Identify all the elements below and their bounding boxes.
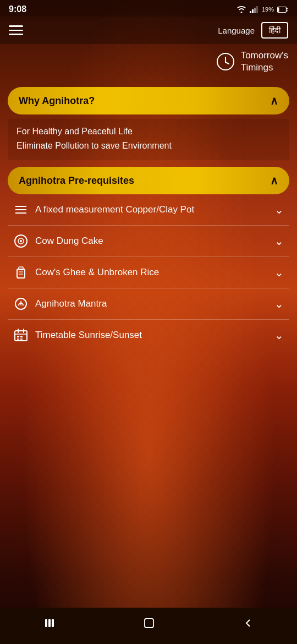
prerequisites-title: Agnihotra Pre-requisites xyxy=(19,175,134,187)
nav-back-button[interactable] xyxy=(243,618,254,632)
mantra-chevron: ⌄ xyxy=(274,297,284,310)
svg-rect-30 xyxy=(20,339,23,340)
svg-point-16 xyxy=(20,240,22,242)
list-item-ghee-rice[interactable]: Cow's Ghee & Unbroken Rice ⌄ xyxy=(8,257,289,288)
navbar: Language हिंदी xyxy=(0,17,297,44)
why-agnihotra-line2: Eliminate Pollution to save Environment xyxy=(16,139,280,153)
copper-pot-label: A fixed measurement Copper/Clay Pot xyxy=(35,204,194,215)
prerequisites-list: A fixed measurement Copper/Clay Pot ⌄ Co… xyxy=(8,194,289,351)
hamburger-menu[interactable] xyxy=(9,25,23,35)
svg-rect-5 xyxy=(278,7,279,12)
svg-rect-3 xyxy=(256,6,258,13)
mantra-icon xyxy=(13,296,29,312)
bottom-nav xyxy=(0,608,297,644)
why-agnihotra-chevron: ∧ xyxy=(270,94,278,107)
signal-icon xyxy=(250,6,258,13)
ghee-rice-label: Cow's Ghee & Unbroken Rice xyxy=(35,267,159,278)
main-content: Why Agnihotra? ∧ For Healthy and Peacefu… xyxy=(0,83,297,355)
dung-icon xyxy=(13,233,29,249)
cow-dung-label: Cow Dung Cake xyxy=(35,236,103,247)
clock-icon xyxy=(216,52,235,72)
svg-rect-2 xyxy=(254,8,256,13)
svg-rect-27 xyxy=(17,336,19,337)
cow-dung-chevron: ⌄ xyxy=(274,234,284,248)
ghee-rice-chevron: ⌄ xyxy=(274,266,284,279)
list-item-cow-dung[interactable]: Cow Dung Cake ⌄ xyxy=(8,226,289,257)
prerequisites-header[interactable]: Agnihotra Pre-requisites ∧ xyxy=(8,167,289,194)
wifi-icon xyxy=(237,6,246,13)
list-item-copper-pot[interactable]: A fixed measurement Copper/Clay Pot ⌄ xyxy=(8,194,289,226)
why-agnihotra-line1: For Healthy and Peaceful Life xyxy=(16,124,280,139)
svg-line-10 xyxy=(226,62,229,64)
status-icons: 19% xyxy=(237,6,288,13)
svg-rect-34 xyxy=(145,619,153,627)
list-item-timetable[interactable]: Timetable Sunrise/Sunset ⌄ xyxy=(8,320,289,351)
svg-rect-32 xyxy=(48,619,51,627)
prerequisites-chevron: ∧ xyxy=(270,174,278,187)
mantra-label: Agnihotra Mantra xyxy=(35,298,107,309)
timetable-icon xyxy=(13,328,29,343)
status-bar: 9:08 19% xyxy=(0,0,297,17)
list-item-mantra[interactable]: Agnihotra Mantra ⌄ xyxy=(8,288,289,320)
timetable-label: Timetable Sunrise/Sunset xyxy=(35,330,142,341)
svg-rect-18 xyxy=(19,267,23,270)
why-agnihotra-title: Why Agnihotra? xyxy=(19,95,95,107)
nav-right: Language हिंदी xyxy=(218,22,288,39)
why-agnihotra-content: For Healthy and Peaceful Life Eliminate … xyxy=(8,119,289,160)
ghee-icon xyxy=(13,265,29,280)
copper-pot-chevron: ⌄ xyxy=(274,203,284,216)
nav-menu-button[interactable] xyxy=(43,618,56,632)
svg-rect-29 xyxy=(17,339,19,340)
svg-rect-28 xyxy=(20,336,23,337)
language-label: Language xyxy=(218,26,255,35)
svg-rect-33 xyxy=(52,619,54,627)
svg-rect-1 xyxy=(252,9,254,13)
timetable-chevron: ⌄ xyxy=(274,329,284,342)
svg-rect-31 xyxy=(45,619,47,627)
pot-icon xyxy=(13,202,29,217)
why-agnihotra-header[interactable]: Why Agnihotra? ∧ xyxy=(8,87,289,114)
language-button[interactable]: हिंदी xyxy=(261,22,288,39)
status-time: 9:08 xyxy=(9,4,26,14)
nav-home-button[interactable] xyxy=(142,616,156,633)
svg-rect-17 xyxy=(17,269,25,278)
battery-icon xyxy=(277,7,288,13)
svg-rect-0 xyxy=(250,11,251,13)
tomorrow-timings-section[interactable]: Tomorrow'sTimings xyxy=(0,44,297,83)
tomorrow-timings-label: Tomorrow'sTimings xyxy=(241,50,288,74)
battery-indicator: 19% xyxy=(262,6,274,13)
